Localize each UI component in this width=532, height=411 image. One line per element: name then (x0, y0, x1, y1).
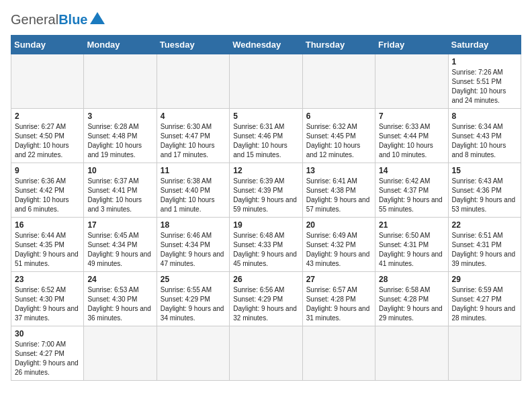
logo-icon (90, 11, 105, 28)
calendar-cell: 27Sunrise: 6:57 AM Sunset: 4:28 PM Dayli… (302, 272, 375, 326)
calendar-cell: 4Sunrise: 6:30 AM Sunset: 4:47 PM Daylig… (157, 109, 229, 163)
day-info: Sunrise: 6:27 AM Sunset: 4:50 PM Dayligh… (15, 122, 80, 160)
calendar-cell: 6Sunrise: 6:32 AM Sunset: 4:45 PM Daylig… (302, 109, 375, 163)
calendar-cell: 3Sunrise: 6:28 AM Sunset: 4:48 PM Daylig… (84, 109, 157, 163)
calendar-cell: 8Sunrise: 6:34 AM Sunset: 4:43 PM Daylig… (448, 109, 521, 163)
day-info: Sunrise: 6:30 AM Sunset: 4:47 PM Dayligh… (161, 122, 226, 160)
day-info: Sunrise: 6:36 AM Sunset: 4:42 PM Dayligh… (15, 177, 80, 214)
calendar-cell (302, 326, 375, 381)
logo-area: General Blue (11, 11, 105, 28)
day-info: Sunrise: 7:00 AM Sunset: 4:27 PM Dayligh… (15, 340, 80, 377)
day-number: 28 (379, 275, 444, 284)
day-number: 15 (452, 166, 517, 175)
day-info: Sunrise: 6:52 AM Sunset: 4:30 PM Dayligh… (15, 285, 80, 323)
day-info: Sunrise: 6:56 AM Sunset: 4:29 PM Dayligh… (233, 285, 298, 323)
day-info: Sunrise: 6:55 AM Sunset: 4:29 PM Dayligh… (161, 285, 226, 323)
day-info: Sunrise: 6:31 AM Sunset: 4:46 PM Dayligh… (233, 122, 298, 160)
weekday-header-wednesday: Wednesday (230, 36, 302, 54)
calendar-cell: 9Sunrise: 6:36 AM Sunset: 4:42 PM Daylig… (11, 163, 84, 218)
calendar-cell: 12Sunrise: 6:39 AM Sunset: 4:39 PM Dayli… (230, 163, 302, 218)
day-number: 21 (379, 220, 444, 230)
day-info: Sunrise: 6:53 AM Sunset: 4:30 PM Dayligh… (87, 285, 152, 323)
weekday-header-thursday: Thursday (302, 36, 375, 54)
calendar-cell: 11Sunrise: 6:38 AM Sunset: 4:40 PM Dayli… (157, 163, 229, 218)
logo-blue-text: Blue (58, 12, 87, 28)
day-number: 9 (15, 166, 80, 175)
weekday-header-saturday: Saturday (448, 36, 521, 54)
day-number: 7 (379, 111, 444, 121)
day-info: Sunrise: 6:58 AM Sunset: 4:28 PM Dayligh… (379, 285, 444, 323)
calendar-cell (375, 54, 448, 109)
day-number: 30 (15, 329, 80, 338)
day-info: Sunrise: 6:50 AM Sunset: 4:31 PM Dayligh… (379, 231, 444, 269)
day-info: Sunrise: 6:41 AM Sunset: 4:38 PM Dayligh… (306, 177, 371, 214)
day-info: Sunrise: 6:39 AM Sunset: 4:39 PM Dayligh… (233, 177, 298, 214)
day-info: Sunrise: 6:37 AM Sunset: 4:41 PM Dayligh… (87, 177, 152, 214)
calendar-cell (11, 54, 84, 109)
day-number: 16 (15, 220, 80, 230)
calendar-cell: 14Sunrise: 6:42 AM Sunset: 4:37 PM Dayli… (375, 163, 448, 218)
calendar-cell: 18Sunrise: 6:46 AM Sunset: 4:34 PM Dayli… (157, 218, 229, 272)
weekday-header-monday: Monday (84, 36, 157, 54)
day-info: Sunrise: 6:28 AM Sunset: 4:48 PM Dayligh… (87, 122, 152, 160)
day-number: 2 (15, 111, 80, 121)
calendar-cell: 15Sunrise: 6:43 AM Sunset: 4:36 PM Dayli… (448, 163, 521, 218)
day-info: Sunrise: 6:38 AM Sunset: 4:40 PM Dayligh… (161, 177, 226, 214)
calendar-cell: 29Sunrise: 6:59 AM Sunset: 4:27 PM Dayli… (448, 272, 521, 326)
day-info: Sunrise: 6:33 AM Sunset: 4:44 PM Dayligh… (379, 122, 444, 160)
calendar-week-row: 30Sunrise: 7:00 AM Sunset: 4:27 PM Dayli… (11, 326, 521, 381)
calendar-cell (448, 326, 521, 381)
day-number: 8 (452, 111, 517, 121)
day-number: 20 (306, 220, 371, 230)
calendar-cell (230, 54, 302, 109)
day-info: Sunrise: 6:34 AM Sunset: 4:43 PM Dayligh… (452, 122, 517, 160)
day-number: 24 (87, 275, 152, 284)
calendar-cell: 16Sunrise: 6:44 AM Sunset: 4:35 PM Dayli… (11, 218, 84, 272)
day-info: Sunrise: 6:43 AM Sunset: 4:36 PM Dayligh… (452, 177, 517, 214)
header: General Blue (11, 11, 521, 28)
calendar-cell (157, 326, 229, 381)
day-number: 27 (306, 275, 371, 284)
calendar-cell (302, 54, 375, 109)
day-number: 22 (452, 220, 517, 230)
calendar-cell (84, 326, 157, 381)
weekday-header-row: SundayMondayTuesdayWednesdayThursdayFrid… (11, 36, 521, 54)
weekday-header-friday: Friday (375, 36, 448, 54)
day-info: Sunrise: 7:26 AM Sunset: 5:51 PM Dayligh… (452, 68, 517, 105)
day-number: 19 (233, 220, 298, 230)
calendar-cell: 10Sunrise: 6:37 AM Sunset: 4:41 PM Dayli… (84, 163, 157, 218)
calendar-cell (157, 54, 229, 109)
calendar-cell: 17Sunrise: 6:45 AM Sunset: 4:34 PM Dayli… (84, 218, 157, 272)
day-number: 26 (233, 275, 298, 284)
weekday-header-tuesday: Tuesday (157, 36, 229, 54)
calendar-cell: 22Sunrise: 6:51 AM Sunset: 4:31 PM Dayli… (448, 218, 521, 272)
calendar-cell: 5Sunrise: 6:31 AM Sunset: 4:46 PM Daylig… (230, 109, 302, 163)
day-info: Sunrise: 6:59 AM Sunset: 4:27 PM Dayligh… (452, 285, 517, 323)
calendar-cell: 13Sunrise: 6:41 AM Sunset: 4:38 PM Dayli… (302, 163, 375, 218)
calendar-cell (230, 326, 302, 381)
day-number: 18 (161, 220, 226, 230)
calendar-cell: 28Sunrise: 6:58 AM Sunset: 4:28 PM Dayli… (375, 272, 448, 326)
day-info: Sunrise: 6:51 AM Sunset: 4:31 PM Dayligh… (452, 231, 517, 269)
day-info: Sunrise: 6:44 AM Sunset: 4:35 PM Dayligh… (15, 231, 80, 269)
day-number: 5 (233, 111, 298, 121)
day-number: 3 (87, 111, 152, 121)
day-number: 14 (379, 166, 444, 175)
logo: General Blue (11, 11, 105, 28)
calendar-cell: 19Sunrise: 6:48 AM Sunset: 4:33 PM Dayli… (230, 218, 302, 272)
calendar-cell: 21Sunrise: 6:50 AM Sunset: 4:31 PM Dayli… (375, 218, 448, 272)
calendar-week-row: 9Sunrise: 6:36 AM Sunset: 4:42 PM Daylig… (11, 163, 521, 218)
calendar-week-row: 16Sunrise: 6:44 AM Sunset: 4:35 PM Dayli… (11, 218, 521, 272)
day-info: Sunrise: 6:45 AM Sunset: 4:34 PM Dayligh… (87, 231, 152, 269)
calendar-cell: 20Sunrise: 6:49 AM Sunset: 4:32 PM Dayli… (302, 218, 375, 272)
day-number: 6 (306, 111, 371, 121)
day-info: Sunrise: 6:48 AM Sunset: 4:33 PM Dayligh… (233, 231, 298, 269)
weekday-header-sunday: Sunday (11, 36, 84, 54)
calendar-table: SundayMondayTuesdayWednesdayThursdayFrid… (11, 35, 521, 381)
day-info: Sunrise: 6:42 AM Sunset: 4:37 PM Dayligh… (379, 177, 444, 214)
day-number: 13 (306, 166, 371, 175)
calendar-cell (375, 326, 448, 381)
day-number: 11 (161, 166, 226, 175)
day-number: 1 (452, 57, 517, 66)
calendar-cell: 24Sunrise: 6:53 AM Sunset: 4:30 PM Dayli… (84, 272, 157, 326)
